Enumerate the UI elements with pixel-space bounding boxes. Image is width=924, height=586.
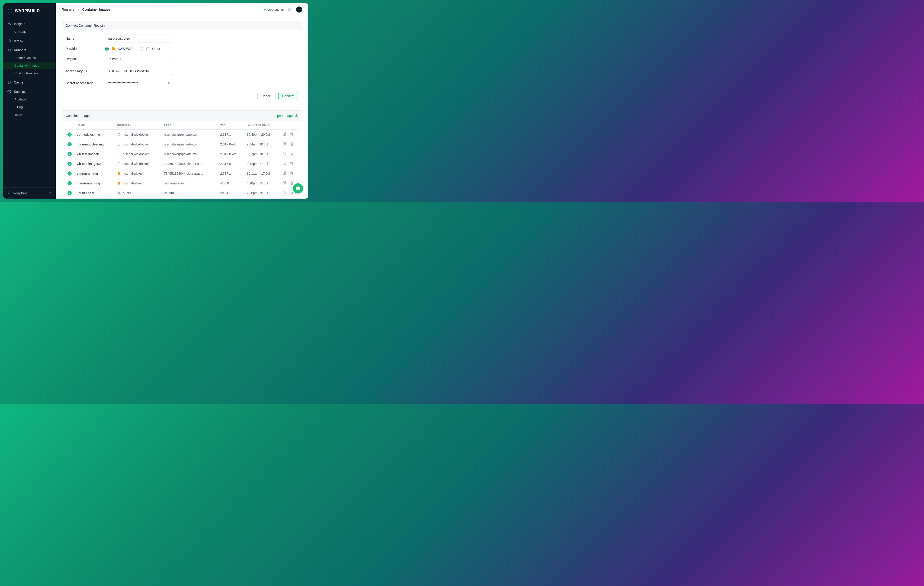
eye-icon[interactable] [166, 81, 170, 85]
svg-line-18 [10, 191, 10, 192]
trash-icon[interactable] [290, 152, 294, 156]
access-key-input[interactable] [105, 67, 172, 75]
svg-line-17 [8, 193, 8, 194]
cancel-button[interactable]: Cancel [257, 92, 276, 100]
status-ok-icon [68, 172, 72, 176]
cell-name: med-runner-img [74, 178, 115, 188]
svg-marker-29 [117, 172, 120, 175]
sidebar-item-container-images[interactable]: Container Images [3, 62, 56, 69]
trash-icon[interactable] [290, 162, 294, 166]
label-access-key: Access Key ID [66, 69, 105, 73]
status-ok-icon [68, 152, 72, 156]
table-row[interactable]: ubuntu-basepublicubuntu22.042:38pm, 15 J… [65, 188, 299, 198]
svg-line-16 [10, 193, 10, 194]
nav-label: Billing [14, 105, 23, 109]
database-icon [7, 81, 11, 84]
table-row[interactable]: node-modules-imgnischal-wb-dockernischal… [65, 139, 299, 149]
sidebar-item-insights[interactable]: Insights [3, 20, 56, 28]
connect-button[interactable]: Connect [278, 92, 298, 100]
svg-line-5 [11, 12, 12, 12]
sidebar-item-settings[interactable]: Settings [3, 88, 56, 96]
brand-name: WARPBUILD [15, 8, 40, 13]
nav-label: Custom Runners [14, 71, 38, 75]
provider-other-label: Other [152, 47, 160, 51]
globe-icon [117, 191, 121, 195]
table-row[interactable]: wb-test-image01nischal-wb-dockernischalw… [65, 149, 299, 159]
aws-ecr-icon [111, 47, 115, 51]
sidebar-item-products[interactable]: Products [3, 96, 56, 103]
docs-icon[interactable] [288, 7, 292, 12]
brand[interactable]: WARPBUILD [3, 3, 56, 18]
svg-line-4 [8, 9, 9, 10]
edit-icon[interactable] [282, 152, 286, 156]
panel-title: Connect Container Registry [62, 21, 302, 30]
table-row[interactable]: wb-test-image02nischal-wb-docker73465189… [65, 159, 299, 168]
edit-icon[interactable] [282, 132, 286, 137]
sidebar-item-custom-runners[interactable]: Custom Runners [3, 69, 56, 77]
chevron-down-icon [48, 191, 51, 195]
container-images-panel: Container Images Import Image NAME REGIS… [62, 111, 302, 198]
table-row[interactable]: med-runner-imgnischal-wb-ecrrunner/image… [65, 178, 299, 188]
col-tag: TAG [218, 121, 244, 130]
sidebar-item-cache[interactable]: Cache [3, 78, 56, 86]
cell-name: go-modules-img [74, 130, 115, 140]
sidebar-item-runner-groups[interactable]: Runner Groups [3, 54, 56, 62]
cell-registry: nischal-wb-docker [117, 142, 159, 146]
trash-icon[interactable] [290, 171, 294, 176]
provider-aws-option[interactable]: AWS ECR [105, 47, 133, 51]
cell-registry: nischal-wb-ecr [117, 182, 159, 185]
provider-other-option[interactable]: Other [140, 47, 160, 51]
col-imported-label: IMPORTED ON [247, 124, 266, 126]
chip-icon [7, 48, 11, 52]
nav-label: Products [14, 97, 27, 101]
svg-rect-8 [8, 49, 10, 51]
col-imported[interactable]: IMPORTED ON [244, 121, 280, 130]
cell-tag: v1.0.0 [218, 178, 244, 188]
cell-tag: 2.317.1 [218, 168, 244, 178]
trash-icon[interactable] [290, 191, 294, 195]
edit-icon[interactable] [282, 162, 286, 166]
import-image-button[interactable]: Import Image [274, 114, 298, 118]
status-ok-icon [68, 191, 72, 195]
cell-imported: 12:40pm, 20 Jul [244, 130, 280, 140]
chat-launcher[interactable] [293, 183, 303, 193]
svg-line-23 [298, 8, 299, 9]
sidebar-item-runners[interactable]: Runners [3, 46, 56, 54]
ecr-icon [117, 182, 121, 185]
status-indicator[interactable]: Operational [264, 8, 284, 12]
trash-icon[interactable] [290, 142, 294, 147]
main: Runners Container Images Operational Con… [56, 3, 308, 198]
sidebar: WARPBUILD Insights CI Health BYOC Runner… [3, 3, 56, 198]
nav-label: Runners [14, 48, 26, 52]
trash-icon[interactable] [290, 132, 294, 137]
sidebar-item-ci-health[interactable]: CI Health [3, 28, 56, 35]
col-registry: REGISTRY [115, 121, 162, 130]
edit-icon[interactable] [282, 191, 286, 195]
svg-line-25 [298, 10, 299, 10]
avatar[interactable] [296, 7, 302, 13]
col-repo: REPO [162, 121, 218, 130]
brand-logo-icon [7, 8, 13, 13]
sidebar-item-team[interactable]: Team [3, 111, 56, 119]
breadcrumb-root[interactable]: Runners [62, 8, 74, 12]
table-row[interactable]: go-modules-imgnischal-wb-dockernischalwa… [65, 130, 299, 140]
org-switcher[interactable]: WarpBuild [3, 187, 56, 198]
table-row[interactable]: sm-runner-imgnischal-wb-ecr734651893044.… [65, 168, 299, 178]
svg-line-24 [300, 10, 300, 10]
edit-icon[interactable] [282, 142, 286, 147]
edit-icon[interactable] [282, 171, 286, 176]
org-logo-icon [7, 191, 11, 195]
org-name: WarpBuild [13, 191, 28, 195]
sidebar-item-billing[interactable]: Billing [3, 103, 56, 111]
trash-icon[interactable] [290, 181, 294, 186]
cell-registry: nischal-wb-docker [117, 152, 159, 156]
sidebar-item-byoc[interactable]: BYOC [3, 37, 56, 45]
edit-icon[interactable] [282, 181, 286, 186]
secret-input[interactable] [105, 79, 172, 87]
region-input[interactable] [105, 55, 172, 63]
cell-name: wb-test-image01 [74, 149, 115, 159]
status-ok-icon [68, 142, 72, 146]
nav-label: Container Images [14, 64, 39, 67]
cube-icon [117, 152, 121, 156]
name-input[interactable] [105, 35, 172, 43]
